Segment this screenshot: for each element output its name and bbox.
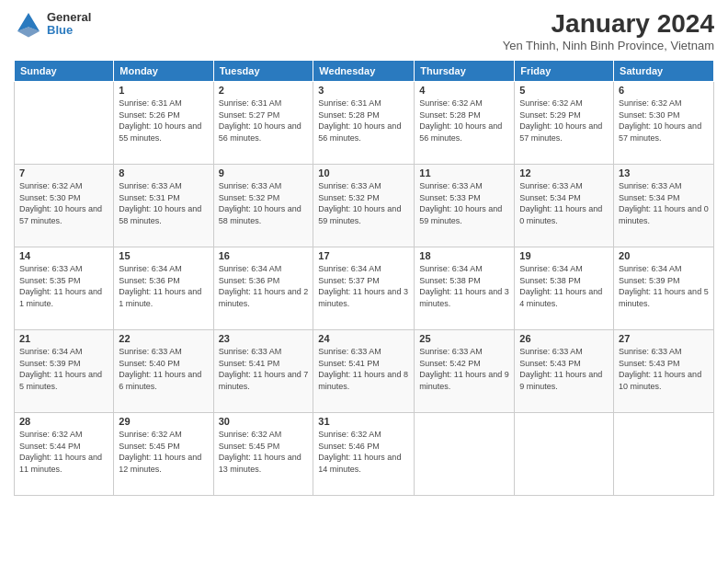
day-number: 26 xyxy=(519,333,609,344)
day-number: 24 xyxy=(318,333,409,344)
day-info: Sunrise: 6:31 AMSunset: 5:28 PMDaylight:… xyxy=(318,98,409,144)
calendar-cell: 23 Sunrise: 6:33 AMSunset: 5:41 PMDaylig… xyxy=(213,330,313,413)
day-info: Sunrise: 6:33 AMSunset: 5:41 PMDaylight:… xyxy=(219,346,309,392)
calendar-cell: 30 Sunrise: 6:32 AMSunset: 5:45 PMDaylig… xyxy=(213,413,313,496)
day-info: Sunrise: 6:32 AMSunset: 5:46 PMDaylight:… xyxy=(318,429,409,475)
day-info: Sunrise: 6:32 AMSunset: 5:45 PMDaylight:… xyxy=(219,429,309,475)
day-number: 2 xyxy=(219,85,309,96)
calendar-cell: 13 Sunrise: 6:33 AMSunset: 5:34 PMDaylig… xyxy=(614,165,714,247)
day-info: Sunrise: 6:34 AMSunset: 5:38 PMDaylight:… xyxy=(519,263,609,309)
day-info: Sunrise: 6:34 AMSunset: 5:36 PMDaylight:… xyxy=(219,263,309,309)
day-number: 15 xyxy=(119,250,208,261)
calendar-cell: 7 Sunrise: 6:32 AMSunset: 5:30 PMDayligh… xyxy=(15,165,114,247)
location: Yen Thinh, Ninh Binh Province, Vietnam xyxy=(503,39,714,52)
calendar-cell xyxy=(614,413,714,496)
day-info: Sunrise: 6:34 AMSunset: 5:39 PMDaylight:… xyxy=(619,263,709,309)
day-info: Sunrise: 6:33 AMSunset: 5:35 PMDaylight:… xyxy=(19,263,108,309)
calendar-table: Sunday Monday Tuesday Wednesday Thursday… xyxy=(14,60,714,496)
day-number: 17 xyxy=(318,250,409,261)
day-number: 18 xyxy=(419,250,509,261)
day-number: 7 xyxy=(19,167,108,178)
title-area: January 2024 Yen Thinh, Ninh Binh Provin… xyxy=(503,9,714,52)
week-row-3: 14 Sunrise: 6:33 AMSunset: 5:35 PMDaylig… xyxy=(15,247,714,330)
header-sunday: Sunday xyxy=(15,61,114,82)
day-info: Sunrise: 6:32 AMSunset: 5:30 PMDaylight:… xyxy=(619,98,709,144)
calendar-cell: 10 Sunrise: 6:33 AMSunset: 5:32 PMDaylig… xyxy=(313,165,415,247)
day-info: Sunrise: 6:34 AMSunset: 5:38 PMDaylight:… xyxy=(419,263,509,309)
day-number: 13 xyxy=(619,167,709,178)
week-row-1: 1 Sunrise: 6:31 AMSunset: 5:26 PMDayligh… xyxy=(15,82,714,165)
day-number: 9 xyxy=(219,167,309,178)
calendar-cell: 20 Sunrise: 6:34 AMSunset: 5:39 PMDaylig… xyxy=(614,247,714,330)
day-number: 11 xyxy=(419,167,509,178)
month-title: January 2024 xyxy=(503,9,714,39)
calendar-cell: 22 Sunrise: 6:33 AMSunset: 5:40 PMDaylig… xyxy=(114,330,213,413)
day-info: Sunrise: 6:33 AMSunset: 5:41 PMDaylight:… xyxy=(318,346,409,392)
day-number: 6 xyxy=(619,85,709,96)
day-number: 10 xyxy=(318,167,409,178)
day-number: 22 xyxy=(119,333,208,344)
calendar-cell: 24 Sunrise: 6:33 AMSunset: 5:41 PMDaylig… xyxy=(313,330,415,413)
day-info: Sunrise: 6:33 AMSunset: 5:33 PMDaylight:… xyxy=(419,180,509,226)
calendar-cell: 5 Sunrise: 6:32 AMSunset: 5:29 PMDayligh… xyxy=(515,82,614,165)
day-info: Sunrise: 6:32 AMSunset: 5:44 PMDaylight:… xyxy=(19,429,108,475)
day-info: Sunrise: 6:34 AMSunset: 5:36 PMDaylight:… xyxy=(119,263,208,309)
day-info: Sunrise: 6:32 AMSunset: 5:30 PMDaylight:… xyxy=(19,180,108,226)
calendar-cell: 29 Sunrise: 6:32 AMSunset: 5:45 PMDaylig… xyxy=(114,413,213,496)
calendar-cell: 12 Sunrise: 6:33 AMSunset: 5:34 PMDaylig… xyxy=(515,165,614,247)
day-info: Sunrise: 6:33 AMSunset: 5:43 PMDaylight:… xyxy=(619,346,709,392)
day-number: 14 xyxy=(19,250,108,261)
day-info: Sunrise: 6:33 AMSunset: 5:42 PMDaylight:… xyxy=(419,346,509,392)
calendar-cell: 11 Sunrise: 6:33 AMSunset: 5:33 PMDaylig… xyxy=(415,165,515,247)
day-number: 19 xyxy=(519,250,609,261)
calendar-cell xyxy=(15,82,114,165)
day-number: 16 xyxy=(219,250,309,261)
day-info: Sunrise: 6:32 AMSunset: 5:28 PMDaylight:… xyxy=(419,98,509,144)
calendar-cell: 19 Sunrise: 6:34 AMSunset: 5:38 PMDaylig… xyxy=(515,247,614,330)
day-info: Sunrise: 6:34 AMSunset: 5:37 PMDaylight:… xyxy=(318,263,409,309)
calendar-cell: 2 Sunrise: 6:31 AMSunset: 5:27 PMDayligh… xyxy=(213,82,313,165)
header-wednesday: Wednesday xyxy=(313,61,415,82)
day-number: 3 xyxy=(318,85,409,96)
day-number: 29 xyxy=(119,416,208,427)
week-row-5: 28 Sunrise: 6:32 AMSunset: 5:44 PMDaylig… xyxy=(15,413,714,496)
calendar-cell: 21 Sunrise: 6:34 AMSunset: 5:39 PMDaylig… xyxy=(15,330,114,413)
day-info: Sunrise: 6:33 AMSunset: 5:32 PMDaylight:… xyxy=(219,180,309,226)
day-info: Sunrise: 6:34 AMSunset: 5:39 PMDaylight:… xyxy=(19,346,108,392)
logo-blue-label: Blue xyxy=(47,24,91,37)
week-row-4: 21 Sunrise: 6:34 AMSunset: 5:39 PMDaylig… xyxy=(15,330,714,413)
day-info: Sunrise: 6:31 AMSunset: 5:26 PMDaylight:… xyxy=(119,98,208,144)
day-info: Sunrise: 6:32 AMSunset: 5:29 PMDaylight:… xyxy=(519,98,609,144)
day-number: 27 xyxy=(619,333,709,344)
calendar-cell: 18 Sunrise: 6:34 AMSunset: 5:38 PMDaylig… xyxy=(415,247,515,330)
day-number: 30 xyxy=(219,416,309,427)
day-number: 31 xyxy=(318,416,409,427)
logo-general-label: General xyxy=(47,11,91,24)
calendar-cell: 17 Sunrise: 6:34 AMSunset: 5:37 PMDaylig… xyxy=(313,247,415,330)
header-monday: Monday xyxy=(114,61,213,82)
day-info: Sunrise: 6:31 AMSunset: 5:27 PMDaylight:… xyxy=(219,98,309,144)
day-number: 23 xyxy=(219,333,309,344)
calendar-cell: 15 Sunrise: 6:34 AMSunset: 5:36 PMDaylig… xyxy=(114,247,213,330)
day-info: Sunrise: 6:32 AMSunset: 5:45 PMDaylight:… xyxy=(119,429,208,475)
calendar-cell xyxy=(415,413,515,496)
day-number: 25 xyxy=(419,333,509,344)
calendar-cell: 14 Sunrise: 6:33 AMSunset: 5:35 PMDaylig… xyxy=(15,247,114,330)
page: General Blue January 2024 Yen Thinh, Nin… xyxy=(0,0,728,563)
day-number: 5 xyxy=(519,85,609,96)
header-friday: Friday xyxy=(515,61,614,82)
day-number: 12 xyxy=(519,167,609,178)
calendar-cell: 3 Sunrise: 6:31 AMSunset: 5:28 PMDayligh… xyxy=(313,82,415,165)
week-row-2: 7 Sunrise: 6:32 AMSunset: 5:30 PMDayligh… xyxy=(15,165,714,247)
day-info: Sunrise: 6:33 AMSunset: 5:34 PMDaylight:… xyxy=(519,180,609,226)
day-info: Sunrise: 6:33 AMSunset: 5:31 PMDaylight:… xyxy=(119,180,208,226)
header: General Blue January 2024 Yen Thinh, Nin… xyxy=(14,9,714,52)
calendar-cell: 31 Sunrise: 6:32 AMSunset: 5:46 PMDaylig… xyxy=(313,413,415,496)
day-number: 28 xyxy=(19,416,108,427)
calendar-cell: 16 Sunrise: 6:34 AMSunset: 5:36 PMDaylig… xyxy=(213,247,313,330)
logo: General Blue xyxy=(14,9,91,39)
day-number: 20 xyxy=(619,250,709,261)
calendar-cell xyxy=(515,413,614,496)
calendar-cell: 1 Sunrise: 6:31 AMSunset: 5:26 PMDayligh… xyxy=(114,82,213,165)
day-number: 1 xyxy=(119,85,208,96)
